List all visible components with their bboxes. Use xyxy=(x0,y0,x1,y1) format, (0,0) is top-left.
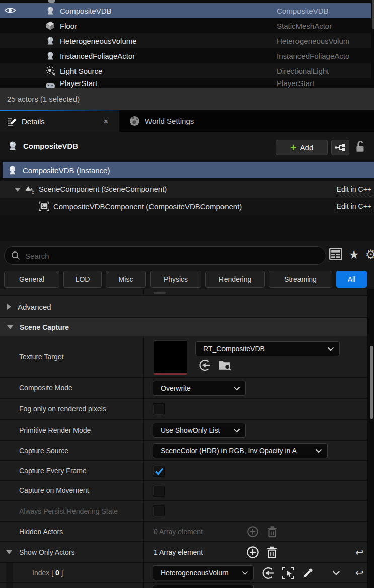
capture-on-movement-checkbox[interactable] xyxy=(153,485,165,497)
column-splitter[interactable] xyxy=(143,583,144,588)
property-row-capture-every-frame: Capture Every Frame xyxy=(0,461,367,481)
clear-array-icon[interactable] xyxy=(266,546,278,559)
clipped-icon xyxy=(48,0,55,3)
edit-in-cpp-link[interactable]: Edit in C++ xyxy=(337,202,371,211)
gear-icon[interactable]: ⚙ xyxy=(365,248,374,261)
chevron-right-icon[interactable] xyxy=(7,304,11,310)
outliner-row-instancedfoliageactor[interactable]: InstancedFoliageActor InstancedFoliageAc… xyxy=(0,48,371,63)
eyedropper-icon[interactable] xyxy=(302,566,315,579)
search-box[interactable] xyxy=(4,246,326,265)
filter-streaming[interactable]: Streaming xyxy=(269,271,332,288)
favorites-star-icon[interactable]: ★ xyxy=(349,248,359,261)
always-persist-checkbox xyxy=(153,505,165,517)
column-splitter[interactable] xyxy=(143,481,144,500)
actor-type: CompositeVDB xyxy=(277,7,371,15)
actor-label: CompositeVDB xyxy=(60,7,112,15)
array-element-dropdown[interactable]: HeterogeneousVolum xyxy=(153,565,254,580)
property-row-texture-target: Texture Target RT_CompositeVDB xyxy=(0,336,367,378)
visibility-eye-icon[interactable] xyxy=(4,6,16,15)
section-scene-capture[interactable]: Scene Capture xyxy=(0,318,367,336)
filter-all[interactable]: All xyxy=(336,271,367,288)
outliner-row-playerstart[interactable]: PlayerStart PlayerStart xyxy=(0,78,371,88)
svg-text:C: C xyxy=(32,191,34,194)
search-icon xyxy=(11,251,20,260)
composite-mode-dropdown[interactable]: Overwrite xyxy=(153,381,246,396)
chevron-down-icon xyxy=(327,347,334,351)
clear-array-icon xyxy=(267,526,278,538)
filter-physics[interactable]: Physics xyxy=(150,271,201,288)
lock-open-icon[interactable] xyxy=(355,140,366,153)
component-row-compositevdbcomponent[interactable]: CompositeVDBComponent (CompositeVDBCompo… xyxy=(0,198,374,215)
actor-label: InstancedFoliageActor xyxy=(60,52,135,60)
actor-label: Floor xyxy=(60,22,77,30)
outliner-row-compositevdb[interactable]: CompositeVDB CompositeVDB xyxy=(0,3,371,18)
pick-actor-icon[interactable] xyxy=(282,567,294,579)
display-options-icon[interactable] xyxy=(329,248,342,260)
column-splitter[interactable] xyxy=(143,563,144,582)
dropdown-value: HeterogeneousVolum xyxy=(161,569,239,577)
dropdown-value: RT_CompositeVDB xyxy=(203,345,324,353)
tab-world-settings-label: World Settings xyxy=(145,117,194,125)
column-splitter[interactable] xyxy=(143,378,144,398)
scrollbar-track[interactable] xyxy=(367,289,374,588)
column-splitter[interactable] xyxy=(143,501,144,521)
panel-tab-bar: Details × World Settings xyxy=(0,110,374,132)
search-input[interactable] xyxy=(25,251,319,260)
column-splitter[interactable] xyxy=(143,542,144,562)
section-label: Scene Capture xyxy=(20,323,69,331)
outliner-row-floor[interactable]: Floor StaticMeshActor xyxy=(0,18,371,33)
filter-rendering[interactable]: Rendering xyxy=(205,271,265,288)
property-label: Show Only Actors xyxy=(19,548,75,556)
column-splitter[interactable] xyxy=(143,420,144,440)
column-splitter[interactable] xyxy=(143,336,144,377)
capture-source-dropdown[interactable]: SceneColor (HDR) in RGB, Inv Opacity in … xyxy=(153,443,328,458)
filter-lod[interactable]: LOD xyxy=(63,271,102,288)
blueprint-hierarchy-button[interactable] xyxy=(331,140,349,155)
column-splitter[interactable] xyxy=(143,289,144,295)
column-splitter[interactable] xyxy=(143,399,144,419)
actor-count-status: 25 actors (1 selected) xyxy=(7,95,80,103)
component-label: CompositeVDB (Instance) xyxy=(23,166,110,175)
column-splitter[interactable] xyxy=(143,441,144,460)
section-advanced[interactable]: Advanced xyxy=(0,296,367,317)
use-selected-asset-icon[interactable] xyxy=(199,359,211,371)
camera-icon xyxy=(45,51,55,61)
add-button-label: Add xyxy=(300,143,314,152)
fog-only-checkbox[interactable] xyxy=(153,403,165,415)
browse-to-asset-icon[interactable] xyxy=(218,359,232,371)
outliner-row-lightsource[interactable]: Light Source DirectionalLight xyxy=(0,63,371,78)
component-row-scenecomponent[interactable]: C SceneComponent (SceneComponent) Edit i… xyxy=(0,181,374,198)
chevron-down-icon[interactable] xyxy=(332,570,340,576)
property-label: Primitive Render Mode xyxy=(19,426,91,434)
tab-details[interactable]: Details × xyxy=(0,110,119,132)
add-component-button[interactable]: + Add xyxy=(276,140,328,155)
primitive-render-mode-dropdown[interactable]: Use ShowOnly List xyxy=(153,423,246,438)
reset-to-default-icon[interactable]: ↩ xyxy=(355,546,364,558)
tab-world-settings[interactable]: World Settings xyxy=(123,110,194,132)
actor-label: Light Source xyxy=(60,67,102,75)
close-icon[interactable]: × xyxy=(104,117,108,126)
scrollbar-thumb[interactable] xyxy=(370,346,373,419)
property-row-capture-on-movement: Capture on Movement xyxy=(0,481,367,501)
filter-general[interactable]: General xyxy=(4,271,59,288)
property-row-hidden-actors: Hidden Actors 0 Array element xyxy=(0,522,367,542)
reset-to-default-icon[interactable]: ↩ xyxy=(355,567,364,579)
property-label: Fog only on rendered pixels xyxy=(19,405,106,413)
array-indent-strip xyxy=(6,583,13,588)
texture-thumbnail[interactable] xyxy=(154,340,187,375)
edit-in-cpp-link[interactable]: Edit in C++ xyxy=(337,185,371,194)
use-selected-asset-icon[interactable] xyxy=(262,567,274,579)
component-row-instance[interactable]: CompositeVDB (Instance) xyxy=(3,162,374,178)
add-element-icon[interactable] xyxy=(246,546,259,559)
filter-misc[interactable]: Misc xyxy=(106,271,146,288)
outliner-row-heterogeneousvolume[interactable]: HeterogeneousVolume HeterogeneousVolum xyxy=(0,33,371,48)
chevron-down-icon[interactable] xyxy=(15,188,21,192)
capture-every-frame-checkbox[interactable] xyxy=(153,465,165,477)
column-splitter[interactable] xyxy=(143,461,144,480)
column-splitter[interactable] xyxy=(143,522,144,541)
chevron-down-icon[interactable] xyxy=(6,550,12,554)
chevron-down-icon[interactable] xyxy=(7,325,13,329)
property-label: Texture Target xyxy=(19,353,63,361)
texture-target-dropdown[interactable]: RT_CompositeVDB xyxy=(195,341,340,356)
chevron-down-icon xyxy=(233,386,240,391)
